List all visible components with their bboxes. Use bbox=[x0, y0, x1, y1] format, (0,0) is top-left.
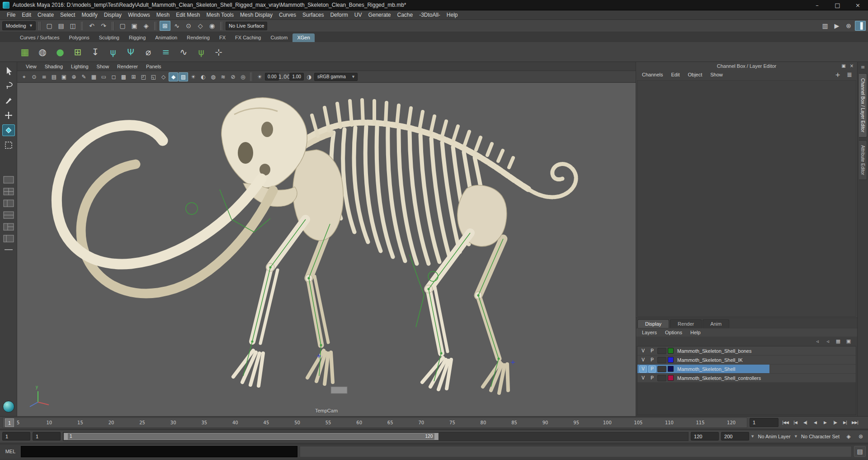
layout-two-stacked-button[interactable] bbox=[3, 210, 14, 219]
auto-keyframe-button[interactable]: ◈ bbox=[844, 432, 854, 441]
layer-visibility-toggle[interactable]: V bbox=[639, 375, 647, 382]
layout-four-view-button[interactable] bbox=[3, 187, 14, 196]
live-surface-field[interactable]: No Live Surface bbox=[226, 22, 267, 30]
snap-to-grid-icon[interactable]: ⊞ bbox=[160, 21, 170, 31]
layer-color-swatch[interactable] bbox=[668, 348, 674, 354]
layout-two-side-button[interactable] bbox=[3, 199, 14, 208]
character-set-label[interactable]: No Character Set bbox=[799, 434, 841, 439]
xgen-groom-tool-icon[interactable]: Ψ bbox=[123, 44, 138, 60]
layer-type-box[interactable] bbox=[657, 357, 666, 363]
layer-playback-mode-icon[interactable]: ◃ bbox=[824, 337, 832, 345]
new-scene-icon[interactable]: ▢ bbox=[44, 21, 55, 31]
go-to-start-button[interactable]: |◀◀ bbox=[781, 418, 790, 427]
menu-set-dropdown[interactable]: Modeling ▼ bbox=[2, 21, 36, 30]
mel-command-input[interactable] bbox=[21, 446, 297, 457]
layer-editor-menu-item[interactable]: Layers bbox=[638, 330, 660, 335]
layer-editor-menu-item[interactable]: Help bbox=[687, 330, 704, 335]
snap-to-point-icon[interactable]: ⊙ bbox=[183, 21, 194, 31]
layer-name[interactable]: Mammoth_Skeleton_Shell_bones bbox=[675, 348, 752, 354]
snap-to-curve-icon[interactable]: ∿ bbox=[171, 21, 182, 31]
layer-editor-tab[interactable]: Display bbox=[637, 319, 669, 328]
anim-layer-label[interactable]: No Anim Layer bbox=[756, 434, 792, 439]
xgen-grass-preset-icon[interactable]: ψ bbox=[193, 44, 209, 60]
menubar-item[interactable]: -3DtoAll- bbox=[416, 12, 443, 18]
menubar-item[interactable]: Edit Mesh bbox=[173, 12, 203, 18]
layer-color-swatch[interactable] bbox=[668, 366, 674, 372]
panel-menu-item[interactable]: Lighting bbox=[67, 64, 93, 69]
channel-box-menu-item[interactable]: Show bbox=[707, 72, 726, 77]
close-button[interactable]: × bbox=[848, 0, 868, 10]
lock-camera-icon[interactable]: ⊙ bbox=[29, 72, 39, 81]
save-scene-icon[interactable]: ◫ bbox=[67, 21, 78, 31]
gamma-field[interactable]: 1.00 bbox=[289, 73, 303, 81]
shelf-tab[interactable]: FX Caching bbox=[231, 33, 265, 42]
shadows-icon[interactable]: ◐ bbox=[198, 72, 208, 81]
shelf-tab[interactable]: Curves / Surfaces bbox=[15, 33, 64, 42]
anim-layer-dropdown-icon[interactable]: ▼ bbox=[751, 435, 754, 438]
select-object-icon[interactable]: ▣ bbox=[129, 21, 140, 31]
menubar-item[interactable]: Create bbox=[34, 12, 57, 18]
layout-three-split-button[interactable] bbox=[3, 222, 14, 231]
layer-visibility-toggle[interactable]: V bbox=[639, 365, 647, 373]
menubar-item[interactable]: Display bbox=[101, 12, 125, 18]
layer-name[interactable]: Mammoth_Skeleton_Shell bbox=[675, 366, 735, 372]
channel-box-menu-item[interactable]: Channels bbox=[638, 72, 666, 77]
safe-action-icon[interactable]: ◰ bbox=[139, 72, 148, 81]
statusline-group-collapser[interactable] bbox=[220, 22, 223, 30]
show-manipulators-icon[interactable]: + bbox=[832, 70, 843, 80]
current-frame-field[interactable]: 1 bbox=[750, 418, 778, 427]
menubar-item[interactable]: File bbox=[4, 12, 19, 18]
screen-space-ao-icon[interactable]: ◍ bbox=[208, 72, 218, 81]
layer-row[interactable]: V P Mammoth_Skeleton_Shell_bones bbox=[637, 346, 856, 356]
scale-tool-button[interactable] bbox=[2, 139, 15, 151]
layout-thumbnail-icon[interactable] bbox=[3, 401, 14, 413]
layer-row[interactable]: V P Mammoth_Skeleton_Shell_IK bbox=[637, 356, 856, 365]
xgen-export-selection-icon[interactable]: ↧ bbox=[88, 44, 103, 60]
xgen-placement-tool-icon[interactable]: ⊹ bbox=[211, 44, 226, 60]
layer-playback-toggle[interactable]: P bbox=[648, 347, 656, 355]
layer-row[interactable]: V P Mammoth_Skeleton_Shell_controllers bbox=[637, 374, 856, 383]
xgen-create-description-icon[interactable]: ◍ bbox=[35, 44, 50, 60]
script-editor-button[interactable]: ▤ bbox=[854, 446, 866, 457]
animation-end-field[interactable]: 200 bbox=[721, 432, 749, 441]
layer-name[interactable]: Mammoth_Skeleton_Shell_IK bbox=[675, 357, 743, 363]
shelf-tab[interactable]: Rigging bbox=[124, 33, 150, 42]
paint-select-tool-button[interactable] bbox=[2, 95, 15, 106]
shelf-tab[interactable]: Rendering bbox=[182, 33, 214, 42]
ipr-render-icon[interactable]: ▶ bbox=[831, 21, 842, 31]
mammoth-skeleton-model[interactable]: y bbox=[17, 83, 636, 416]
layer-editor-tab[interactable]: Anim bbox=[703, 319, 729, 328]
xgen-add-collection-icon[interactable]: ⊞ bbox=[70, 44, 85, 60]
textured-mode-icon[interactable]: ▨ bbox=[179, 72, 188, 81]
menubar-item[interactable]: Curves bbox=[276, 12, 299, 18]
view-transform-dropdown[interactable]: sRGB gamma ▼ bbox=[314, 73, 358, 81]
xgen-description-editor-icon[interactable]: ▦ bbox=[17, 44, 33, 60]
menubar-item[interactable]: Mesh bbox=[153, 12, 173, 18]
resolution-gate-icon[interactable]: ◻ bbox=[109, 72, 118, 81]
step-back-key-button[interactable]: ◀| bbox=[801, 418, 810, 427]
layer-visibility-toggle[interactable]: V bbox=[639, 356, 647, 364]
move-tool-button[interactable] bbox=[2, 109, 15, 121]
snap-to-plane-icon[interactable]: ◇ bbox=[195, 21, 206, 31]
select-camera-icon[interactable]: ⌖ bbox=[19, 72, 29, 81]
shelf-tab[interactable]: Sculpting bbox=[94, 33, 124, 42]
panel-menu-item[interactable]: Renderer bbox=[113, 64, 142, 69]
statusline-group-collapser[interactable] bbox=[38, 22, 41, 30]
statusline-group-collapser[interactable] bbox=[154, 22, 157, 30]
animation-preferences-button[interactable]: ⊛ bbox=[856, 432, 866, 441]
open-scene-icon[interactable]: ▤ bbox=[56, 21, 66, 31]
select-tool-button[interactable] bbox=[2, 65, 15, 76]
shelf-tab[interactable]: Animation bbox=[151, 33, 182, 42]
menubar-item[interactable]: Windows bbox=[125, 12, 153, 18]
safe-title-icon[interactable]: ◱ bbox=[149, 72, 158, 81]
menubar-item[interactable]: Deform bbox=[327, 12, 351, 18]
layer-type-box[interactable] bbox=[657, 366, 666, 372]
shelf-tab[interactable]: FX bbox=[215, 33, 230, 42]
wireframe-mode-icon[interactable]: ◇ bbox=[159, 72, 168, 81]
menubar-item[interactable]: Generate bbox=[365, 12, 394, 18]
xgen-sphere-preview-icon[interactable]: ● bbox=[52, 44, 68, 60]
bookmarks-icon[interactable]: ▤ bbox=[49, 72, 59, 81]
animation-start-field[interactable]: 1 bbox=[2, 432, 30, 441]
maximize-button[interactable]: □ bbox=[827, 0, 848, 10]
exposure-field[interactable]: 0.00 bbox=[265, 73, 279, 81]
